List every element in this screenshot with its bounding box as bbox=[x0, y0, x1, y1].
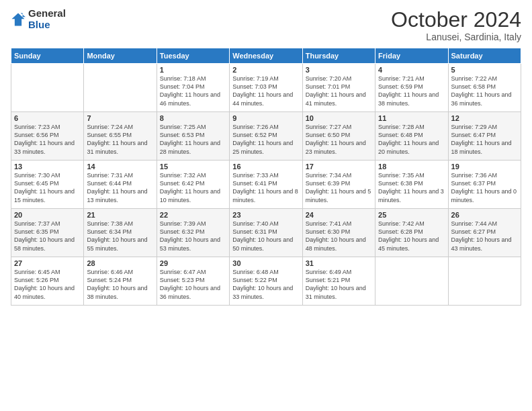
day-number: 24 bbox=[306, 211, 372, 219]
day-number: 13 bbox=[14, 163, 81, 171]
day-number: 5 bbox=[451, 66, 518, 74]
day-cell: 11Sunrise: 7:28 AMSunset: 6:48 PMDayligh… bbox=[375, 112, 448, 161]
day-detail: Sunrise: 7:27 AMSunset: 6:50 PMDaylight:… bbox=[306, 123, 372, 156]
col-header-friday: Friday bbox=[375, 48, 448, 64]
day-detail: Sunrise: 7:34 AMSunset: 6:39 PMDaylight:… bbox=[306, 171, 372, 204]
day-detail: Sunrise: 7:36 AMSunset: 6:37 PMDaylight:… bbox=[451, 171, 518, 204]
day-detail: Sunrise: 7:29 AMSunset: 6:47 PMDaylight:… bbox=[451, 123, 518, 156]
day-detail: Sunrise: 6:48 AMSunset: 5:22 PMDaylight:… bbox=[232, 268, 299, 301]
day-detail: Sunrise: 7:37 AMSunset: 6:35 PMDaylight:… bbox=[14, 220, 81, 253]
logo-text: General Blue bbox=[28, 8, 66, 30]
day-cell: 27Sunrise: 6:45 AMSunset: 5:26 PMDayligh… bbox=[11, 257, 84, 306]
week-row-1: 1Sunrise: 7:18 AMSunset: 7:04 PMDaylight… bbox=[11, 64, 521, 112]
day-number: 2 bbox=[232, 66, 299, 74]
day-detail: Sunrise: 7:24 AMSunset: 6:55 PMDaylight:… bbox=[87, 123, 153, 156]
day-detail: Sunrise: 7:21 AMSunset: 6:59 PMDaylight:… bbox=[378, 75, 445, 107]
day-number: 22 bbox=[160, 211, 226, 219]
day-detail: Sunrise: 7:44 AMSunset: 6:27 PMDaylight:… bbox=[451, 220, 518, 253]
day-cell: 25Sunrise: 7:42 AMSunset: 6:28 PMDayligh… bbox=[375, 209, 448, 257]
day-cell: 10Sunrise: 7:27 AMSunset: 6:50 PMDayligh… bbox=[302, 112, 375, 161]
day-cell: 13Sunrise: 7:30 AMSunset: 6:45 PMDayligh… bbox=[11, 161, 84, 209]
day-number: 1 bbox=[160, 66, 226, 74]
logo: General Blue bbox=[11, 8, 66, 30]
col-header-sunday: Sunday bbox=[11, 48, 84, 64]
day-number: 20 bbox=[14, 211, 81, 219]
day-detail: Sunrise: 7:33 AMSunset: 6:41 PMDaylight:… bbox=[232, 171, 299, 204]
col-header-tuesday: Tuesday bbox=[157, 48, 229, 64]
day-detail: Sunrise: 7:40 AMSunset: 6:31 PMDaylight:… bbox=[232, 220, 299, 253]
day-cell: 15Sunrise: 7:32 AMSunset: 6:42 PMDayligh… bbox=[157, 161, 229, 209]
day-number: 3 bbox=[306, 66, 372, 74]
day-number: 18 bbox=[378, 163, 445, 171]
day-number: 12 bbox=[451, 114, 518, 122]
day-number: 11 bbox=[378, 114, 445, 122]
day-number: 23 bbox=[232, 211, 299, 219]
day-number: 31 bbox=[306, 259, 372, 267]
logo-icon bbox=[11, 12, 26, 27]
day-cell: 2Sunrise: 7:19 AMSunset: 7:03 PMDaylight… bbox=[230, 64, 302, 112]
day-number: 29 bbox=[160, 259, 226, 267]
day-cell: 22Sunrise: 7:39 AMSunset: 6:32 PMDayligh… bbox=[157, 209, 229, 257]
day-number: 8 bbox=[160, 114, 226, 122]
day-cell bbox=[375, 257, 448, 306]
title-block: October 2024 Lanusei, Sardinia, Italy bbox=[391, 8, 521, 42]
day-cell: 19Sunrise: 7:36 AMSunset: 6:37 PMDayligh… bbox=[448, 161, 521, 209]
day-detail: Sunrise: 7:30 AMSunset: 6:45 PMDaylight:… bbox=[14, 171, 81, 204]
day-detail: Sunrise: 6:49 AMSunset: 5:21 PMDaylight:… bbox=[306, 268, 372, 301]
day-cell: 3Sunrise: 7:20 AMSunset: 7:01 PMDaylight… bbox=[302, 64, 375, 112]
day-number: 19 bbox=[451, 163, 518, 171]
day-cell: 24Sunrise: 7:41 AMSunset: 6:30 PMDayligh… bbox=[302, 209, 375, 257]
day-number: 4 bbox=[378, 66, 445, 74]
day-number: 26 bbox=[451, 211, 518, 219]
day-cell: 7Sunrise: 7:24 AMSunset: 6:55 PMDaylight… bbox=[84, 112, 157, 161]
day-cell: 20Sunrise: 7:37 AMSunset: 6:35 PMDayligh… bbox=[11, 209, 84, 257]
day-cell: 9Sunrise: 7:26 AMSunset: 6:52 PMDaylight… bbox=[230, 112, 302, 161]
col-header-saturday: Saturday bbox=[448, 48, 521, 64]
day-cell bbox=[11, 64, 84, 112]
day-detail: Sunrise: 7:20 AMSunset: 7:01 PMDaylight:… bbox=[306, 75, 372, 107]
day-cell: 5Sunrise: 7:22 AMSunset: 6:58 PMDaylight… bbox=[448, 64, 521, 112]
header-row: SundayMondayTuesdayWednesdayThursdayFrid… bbox=[11, 48, 521, 64]
logo-general: General bbox=[28, 8, 66, 19]
day-number: 27 bbox=[14, 259, 81, 267]
day-number: 30 bbox=[232, 259, 299, 267]
day-cell: 1Sunrise: 7:18 AMSunset: 7:04 PMDaylight… bbox=[157, 64, 229, 112]
day-cell: 4Sunrise: 7:21 AMSunset: 6:59 PMDaylight… bbox=[375, 64, 448, 112]
day-detail: Sunrise: 6:46 AMSunset: 5:24 PMDaylight:… bbox=[87, 268, 153, 301]
day-detail: Sunrise: 6:45 AMSunset: 5:26 PMDaylight:… bbox=[14, 268, 81, 301]
col-header-monday: Monday bbox=[84, 48, 157, 64]
day-cell: 6Sunrise: 7:23 AMSunset: 6:56 PMDaylight… bbox=[11, 112, 84, 161]
day-detail: Sunrise: 7:28 AMSunset: 6:48 PMDaylight:… bbox=[378, 123, 445, 156]
week-row-3: 13Sunrise: 7:30 AMSunset: 6:45 PMDayligh… bbox=[11, 161, 521, 209]
day-cell: 18Sunrise: 7:35 AMSunset: 6:38 PMDayligh… bbox=[375, 161, 448, 209]
week-row-4: 20Sunrise: 7:37 AMSunset: 6:35 PMDayligh… bbox=[11, 209, 521, 257]
day-detail: Sunrise: 7:32 AMSunset: 6:42 PMDaylight:… bbox=[160, 171, 226, 204]
day-number: 15 bbox=[160, 163, 226, 171]
day-number: 25 bbox=[378, 211, 445, 219]
header: General Blue October 2024 Lanusei, Sardi… bbox=[11, 8, 521, 42]
day-number: 14 bbox=[87, 163, 153, 171]
day-number: 7 bbox=[87, 114, 153, 122]
week-row-2: 6Sunrise: 7:23 AMSunset: 6:56 PMDaylight… bbox=[11, 112, 521, 161]
day-cell: 26Sunrise: 7:44 AMSunset: 6:27 PMDayligh… bbox=[448, 209, 521, 257]
day-cell: 28Sunrise: 6:46 AMSunset: 5:24 PMDayligh… bbox=[84, 257, 157, 306]
day-cell: 30Sunrise: 6:48 AMSunset: 5:22 PMDayligh… bbox=[230, 257, 302, 306]
day-detail: Sunrise: 7:41 AMSunset: 6:30 PMDaylight:… bbox=[306, 220, 372, 253]
day-number: 17 bbox=[306, 163, 372, 171]
day-detail: Sunrise: 6:47 AMSunset: 5:23 PMDaylight:… bbox=[160, 268, 226, 301]
day-number: 6 bbox=[14, 114, 81, 122]
day-detail: Sunrise: 7:18 AMSunset: 7:04 PMDaylight:… bbox=[160, 75, 226, 107]
day-cell: 17Sunrise: 7:34 AMSunset: 6:39 PMDayligh… bbox=[302, 161, 375, 209]
day-number: 28 bbox=[87, 259, 153, 267]
day-detail: Sunrise: 7:26 AMSunset: 6:52 PMDaylight:… bbox=[232, 123, 299, 156]
day-detail: Sunrise: 7:39 AMSunset: 6:32 PMDaylight:… bbox=[160, 220, 226, 253]
day-detail: Sunrise: 7:19 AMSunset: 7:03 PMDaylight:… bbox=[232, 75, 299, 107]
day-cell bbox=[84, 64, 157, 112]
day-number: 21 bbox=[87, 211, 153, 219]
col-header-wednesday: Wednesday bbox=[230, 48, 302, 64]
day-cell: 8Sunrise: 7:25 AMSunset: 6:53 PMDaylight… bbox=[157, 112, 229, 161]
day-cell: 31Sunrise: 6:49 AMSunset: 5:21 PMDayligh… bbox=[302, 257, 375, 306]
page: General Blue October 2024 Lanusei, Sardi… bbox=[0, 0, 532, 411]
day-detail: Sunrise: 7:23 AMSunset: 6:56 PMDaylight:… bbox=[14, 123, 81, 156]
calendar-table: SundayMondayTuesdayWednesdayThursdayFrid… bbox=[11, 48, 521, 306]
